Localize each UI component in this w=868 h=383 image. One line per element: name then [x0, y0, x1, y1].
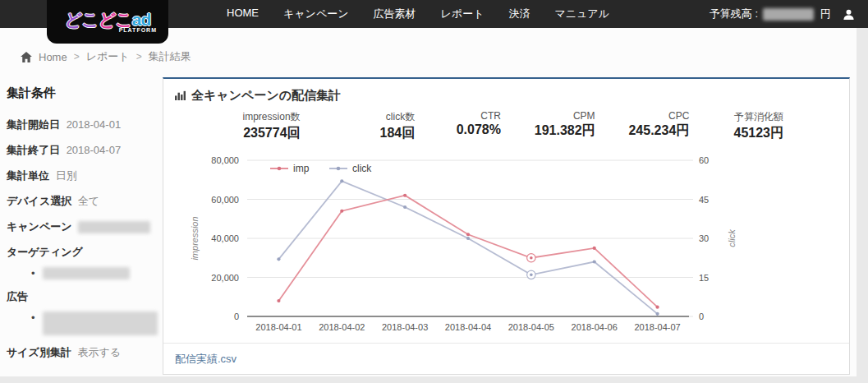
field-unit: 集計単位 日別 — [7, 169, 158, 182]
aggregation-conditions-sidebar: 集計条件 集計開始日 2018-04-01 集計終了日 2018-04-07 集… — [7, 85, 158, 371]
svg-text:2018-04-04: 2018-04-04 — [445, 322, 491, 332]
svg-text:0: 0 — [699, 311, 704, 321]
home-icon — [21, 52, 32, 62]
bar-chart-icon — [175, 89, 186, 104]
svg-text:2018-04-03: 2018-04-03 — [382, 322, 428, 332]
site-logo-subtitle: PLATFORM — [119, 27, 157, 33]
field-start-date: 集計開始日 2018-04-01 — [7, 118, 158, 132]
targeting-list-item: • — [7, 267, 158, 279]
metric-cpm: CPM 191.382円 — [501, 110, 595, 142]
svg-text:80,000: 80,000 — [211, 155, 239, 165]
campaign-delivery-summary-panel: 全キャンペーンの配信集計 impression数 235774回 click数 … — [163, 77, 850, 375]
svg-text:45: 45 — [699, 195, 709, 205]
nav-item-manual[interactable]: マニュアル — [554, 7, 609, 21]
svg-text:0: 0 — [234, 311, 239, 321]
metric-clicks: click数 184回 — [301, 110, 416, 142]
panel-footer: 配信実績.csv — [163, 343, 849, 374]
bullet-icon: • — [31, 267, 35, 279]
start-date-value: 2018-04-01 — [67, 118, 122, 131]
site-logo[interactable]: どこどこad PLATFORM — [47, 0, 168, 44]
size-aggregation-value[interactable]: 表示する — [78, 346, 122, 358]
budget-balance-label: 予算残高 : — [710, 7, 758, 21]
nav-item-home[interactable]: HOME — [227, 7, 259, 21]
delivery-line-chart[interactable]: 80,0006060,0004540,0003020,00015002018-0… — [180, 150, 788, 347]
nav-item-report[interactable]: レポート — [441, 7, 485, 21]
field-size-aggregation: サイズ別集計 表示する — [7, 346, 158, 359]
metric-impressions: impression数 235774回 — [163, 110, 301, 142]
targeting-value-redacted — [43, 267, 130, 279]
nav-menu: HOME キャンペーン 広告素材 レポート 決済 マニュアル — [227, 7, 609, 21]
svg-text:60: 60 — [699, 155, 709, 165]
bullet-icon: • — [31, 311, 35, 324]
metric-budget-spent: 予算消化額 45123円 — [689, 110, 783, 142]
sidebar-title: 集計条件 — [7, 85, 158, 101]
svg-text:2018-04-06: 2018-04-06 — [572, 322, 618, 332]
breadcrumb-current: 集計結果 — [149, 49, 191, 64]
nav-item-campaign[interactable]: キャンペーン — [283, 7, 349, 21]
svg-text:15: 15 — [699, 273, 709, 283]
user-account-icon[interactable] — [843, 8, 855, 21]
budget-balance-redacted — [763, 8, 814, 21]
legend-item-click[interactable]: click — [352, 163, 372, 174]
legend-item-imp[interactable]: imp — [293, 163, 310, 174]
device-value: 全て — [78, 195, 99, 207]
field-campaign: キャンペーン — [7, 220, 158, 233]
budget-unit-label: 円 — [820, 7, 831, 21]
ad-list-item: • — [7, 311, 158, 335]
svg-text:impression: impression — [190, 216, 200, 260]
unit-value: 日別 — [56, 169, 77, 182]
end-date-value: 2018-04-07 — [67, 144, 122, 156]
site-logo-text: どこどこad — [65, 12, 150, 28]
svg-text:60,000: 60,000 — [211, 195, 239, 205]
panel-title: 全キャンペーンの配信集計 — [191, 88, 341, 104]
breadcrumb-report[interactable]: レポート — [86, 49, 130, 64]
nav-item-creative[interactable]: 広告素材 — [374, 7, 416, 21]
field-device: デバイス選択 全て — [7, 195, 158, 208]
page-background: Home > レポート > 集計結果 集計条件 集計開始日 2018-04-01… — [0, 28, 857, 376]
svg-text:2018-04-01: 2018-04-01 — [255, 322, 301, 332]
svg-text:40,000: 40,000 — [211, 233, 239, 243]
field-end-date: 集計終了日 2018-04-07 — [7, 144, 158, 157]
ad-value-redacted — [43, 311, 158, 335]
targeting-section-label: ターゲティング — [7, 246, 158, 259]
breadcrumb-home[interactable]: Home — [39, 51, 67, 63]
breadcrumb-separator: > — [74, 51, 80, 62]
csv-download-link[interactable]: 配信実績.csv — [175, 353, 237, 365]
ad-section-label: 広告 — [7, 290, 158, 303]
svg-text:20,000: 20,000 — [211, 273, 239, 283]
breadcrumb-separator: > — [136, 51, 142, 62]
svg-text:2018-04-05: 2018-04-05 — [508, 322, 554, 332]
campaign-value-redacted — [78, 221, 150, 233]
nav-item-payment[interactable]: 決済 — [508, 7, 530, 21]
metric-cpc: CPC 245.234円 — [595, 110, 690, 142]
metrics-row: impression数 235774回 click数 184回 CTR 0.07… — [163, 105, 849, 142]
metric-ctr: CTR 0.078% — [415, 110, 501, 142]
svg-text:click: click — [727, 229, 737, 247]
svg-text:2018-04-07: 2018-04-07 — [634, 322, 680, 332]
svg-text:2018-04-02: 2018-04-02 — [319, 322, 365, 332]
svg-text:30: 30 — [699, 233, 709, 243]
